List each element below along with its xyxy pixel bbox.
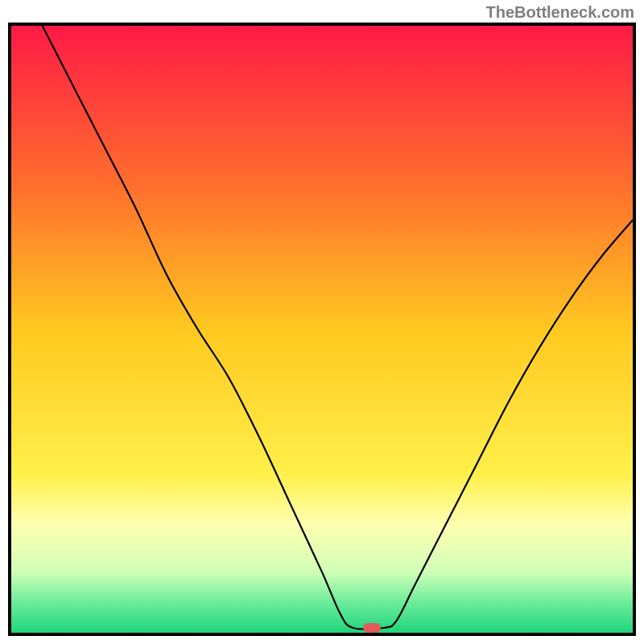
optimal-marker xyxy=(363,623,381,633)
watermark-text: TheBottleneck.com xyxy=(486,3,634,22)
chart-frame xyxy=(8,23,636,636)
bottleneck-curve xyxy=(11,26,633,633)
